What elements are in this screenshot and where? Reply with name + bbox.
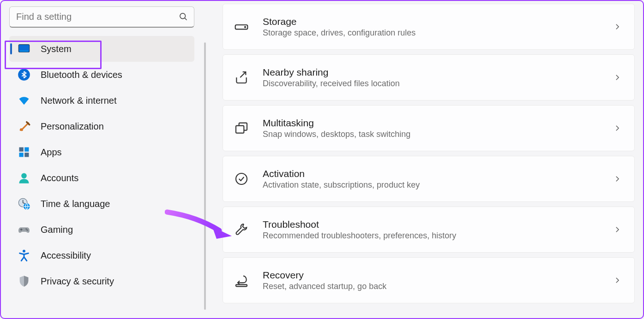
card-subtitle: Recommended troubleshooters, preferences… bbox=[263, 231, 613, 241]
sidebar-item-privacy-security[interactable]: Privacy & security bbox=[9, 268, 194, 294]
chevron-right-icon bbox=[613, 124, 621, 132]
card-subtitle: Activation state, subscriptions, product… bbox=[263, 180, 613, 190]
chevron-right-icon bbox=[613, 225, 621, 234]
card-subtitle: Discoverability, received files location bbox=[263, 79, 613, 89]
sidebar-item-apps[interactable]: Apps bbox=[9, 139, 194, 165]
sidebar-item-accounts[interactable]: Accounts bbox=[9, 165, 194, 191]
storage-icon bbox=[234, 19, 249, 34]
accessibility-icon bbox=[18, 249, 30, 262]
card-subtitle: Snap windows, desktops, task switching bbox=[263, 130, 613, 139]
svg-point-19 bbox=[236, 173, 247, 184]
sidebar-item-bluetooth[interactable]: Bluetooth & devices bbox=[9, 62, 194, 88]
svg-rect-6 bbox=[19, 148, 24, 152]
svg-point-13 bbox=[25, 228, 27, 230]
sidebar-item-label: Apps bbox=[41, 147, 62, 158]
sidebar-item-label: Accounts bbox=[41, 173, 78, 183]
sidebar-item-accessibility[interactable]: Accessibility bbox=[9, 242, 194, 268]
sidebar-item-label: Gaming bbox=[41, 224, 73, 235]
svg-rect-8 bbox=[19, 153, 24, 157]
shield-icon bbox=[18, 275, 30, 288]
card-text: Nearby sharing Discoverability, received… bbox=[263, 67, 613, 89]
chevron-right-icon bbox=[613, 276, 621, 284]
card-recovery[interactable]: Recovery Reset, advanced startup, go bac… bbox=[223, 257, 635, 303]
sidebar-nav: System Bluetooth & devices Network & int… bbox=[9, 36, 203, 318]
check-circle-icon bbox=[234, 171, 249, 186]
sidebar-item-label: Privacy & security bbox=[41, 276, 114, 287]
multitasking-icon bbox=[234, 121, 249, 136]
paintbrush-icon bbox=[18, 120, 30, 133]
search-icon bbox=[179, 12, 188, 21]
sidebar-item-system[interactable]: System bbox=[9, 36, 194, 62]
search-wrapper bbox=[9, 6, 194, 28]
sidebar-item-network[interactable]: Network & internet bbox=[9, 88, 194, 113]
card-title: Activation bbox=[263, 168, 613, 179]
svg-rect-7 bbox=[24, 148, 29, 152]
svg-rect-9 bbox=[24, 153, 29, 157]
sidebar: System Bluetooth & devices Network & int… bbox=[1, 1, 206, 318]
sidebar-item-label: Network & internet bbox=[41, 95, 117, 106]
chevron-right-icon bbox=[613, 23, 621, 31]
sidebar-scrollbar[interactable] bbox=[204, 42, 206, 310]
sidebar-item-label: Time & language bbox=[41, 199, 110, 209]
search-input[interactable] bbox=[9, 6, 194, 28]
card-title: Troubleshoot bbox=[263, 219, 613, 230]
share-icon bbox=[234, 70, 249, 85]
card-troubleshoot[interactable]: Troubleshoot Recommended troubleshooters… bbox=[223, 207, 635, 253]
svg-line-1 bbox=[185, 18, 187, 20]
card-subtitle: Storage space, drives, configuration rul… bbox=[263, 28, 613, 38]
card-title: Recovery bbox=[263, 270, 613, 281]
card-nearby-sharing[interactable]: Nearby sharing Discoverability, received… bbox=[223, 54, 635, 100]
card-multitasking[interactable]: Multitasking Snap windows, desktops, tas… bbox=[223, 105, 635, 151]
svg-point-10 bbox=[21, 173, 27, 179]
card-title: Storage bbox=[263, 16, 613, 27]
sidebar-item-label: Accessibility bbox=[41, 250, 91, 261]
card-text: Multitasking Snap windows, desktops, tas… bbox=[263, 118, 613, 139]
card-activation[interactable]: Activation Activation state, subscriptio… bbox=[223, 156, 635, 202]
svg-point-14 bbox=[27, 230, 28, 231]
person-icon bbox=[18, 171, 30, 184]
sidebar-item-label: Bluetooth & devices bbox=[41, 70, 122, 80]
recovery-icon bbox=[234, 273, 249, 288]
svg-rect-20 bbox=[236, 284, 247, 286]
svg-point-0 bbox=[180, 13, 186, 19]
clock-globe-icon bbox=[18, 197, 30, 210]
sidebar-item-personalization[interactable]: Personalization bbox=[9, 113, 194, 139]
svg-point-17 bbox=[245, 27, 246, 28]
apps-icon bbox=[18, 146, 30, 159]
chevron-right-icon bbox=[613, 175, 621, 183]
sidebar-item-label: Personalization bbox=[41, 121, 104, 132]
sidebar-item-gaming[interactable]: Gaming bbox=[9, 217, 194, 242]
wifi-icon bbox=[18, 94, 30, 107]
system-icon bbox=[18, 42, 30, 55]
card-text: Recovery Reset, advanced startup, go bac… bbox=[263, 270, 613, 291]
sidebar-item-time-language[interactable]: Time & language bbox=[9, 191, 194, 217]
gamepad-icon bbox=[18, 223, 30, 236]
card-subtitle: Reset, advanced startup, go back bbox=[263, 282, 613, 291]
svg-point-15 bbox=[23, 250, 25, 253]
card-text: Troubleshoot Recommended troubleshooters… bbox=[263, 219, 613, 241]
card-storage[interactable]: Storage Storage space, drives, configura… bbox=[223, 4, 635, 50]
card-title: Multitasking bbox=[263, 118, 613, 129]
card-text: Activation Activation state, subscriptio… bbox=[263, 168, 613, 190]
main-content: Storage Storage space, drives, configura… bbox=[206, 1, 643, 318]
card-title: Nearby sharing bbox=[263, 67, 613, 78]
sidebar-item-label: System bbox=[41, 44, 72, 54]
chevron-right-icon bbox=[613, 73, 621, 82]
card-text: Storage Storage space, drives, configura… bbox=[263, 16, 613, 38]
bluetooth-icon bbox=[18, 68, 30, 81]
wrench-icon bbox=[234, 222, 249, 237]
svg-rect-4 bbox=[20, 51, 29, 52]
svg-rect-18 bbox=[236, 126, 244, 133]
